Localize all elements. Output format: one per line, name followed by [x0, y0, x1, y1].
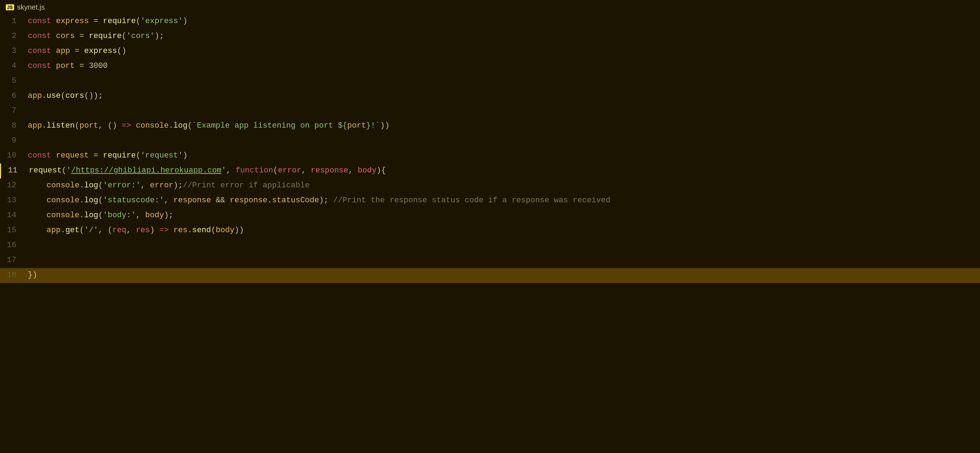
line-number-18: 18: [0, 271, 25, 279]
line-content-6: app.use(cors());: [25, 90, 103, 102]
code-line-8: 8 app.listen(port, () => console.log(`Ex…: [0, 119, 980, 134]
code-line-13: 13 console.log('statuscode:', response &…: [0, 193, 980, 208]
line-number-15: 15: [0, 226, 25, 235]
code-line-6: 6 app.use(cors());: [0, 89, 980, 104]
line-number-8: 8: [0, 121, 25, 130]
code-editor[interactable]: 1 const express = require('express') 2 c…: [0, 14, 980, 283]
code-line-5: 5: [0, 74, 980, 89]
code-line-1: 1 const express = require('express'): [0, 14, 980, 29]
code-line-14: 14 console.log('body:', body);: [0, 208, 980, 223]
line-content-11: request('/https://ghibliapi.herokuapp.co…: [26, 164, 386, 177]
line-number-1: 1: [0, 17, 25, 25]
code-line-7: 7: [0, 104, 980, 119]
code-line-17: 17: [0, 253, 980, 268]
line-number-11: 11: [1, 166, 26, 175]
line-content-12: console.log('error:', error);//Print err…: [25, 179, 310, 192]
code-line-10: 10 const request = require('request'): [0, 149, 980, 163]
code-line-3: 3 const app = express(): [0, 44, 980, 59]
line-content-9: [25, 135, 32, 147]
code-line-18: 18 }): [0, 268, 980, 283]
line-number-13: 13: [0, 196, 25, 205]
line-number-17: 17: [0, 256, 25, 265]
line-number-9: 9: [0, 136, 25, 145]
line-content-1: const express = require('express'): [25, 15, 188, 27]
line-content-7: [25, 105, 32, 117]
code-line-16: 16: [0, 238, 980, 253]
line-content-15: app.get('/', (req, res) => res.send(body…: [25, 224, 244, 236]
line-number-14: 14: [0, 211, 25, 220]
title-bar: JS skynet.js: [0, 0, 980, 14]
line-number-4: 4: [0, 62, 25, 70]
line-number-3: 3: [0, 47, 25, 55]
js-icon: JS: [6, 4, 14, 10]
code-line-2: 2 const cors = require('cors');: [0, 29, 980, 44]
code-line-11: 11 request('/https://ghibliapi.herokuapp…: [0, 163, 980, 179]
line-content-2: const cors = require('cors');: [25, 30, 164, 42]
line-number-10: 10: [0, 151, 25, 160]
line-content-18: }): [25, 269, 37, 281]
line-content-8: app.listen(port, () => console.log(`Exam…: [25, 119, 390, 132]
line-content-14: console.log('body:', body);: [25, 209, 173, 222]
line-content-17: [25, 254, 32, 266]
line-content-16: [25, 239, 32, 251]
line-number-6: 6: [0, 91, 25, 100]
line-number-16: 16: [0, 241, 25, 250]
line-content-13: console.log('statuscode:', response && r…: [25, 194, 610, 207]
editor-container: JS skynet.js 1 const express = require('…: [0, 0, 980, 283]
line-number-7: 7: [0, 106, 25, 115]
line-number-5: 5: [0, 76, 25, 86]
line-content-5: [25, 74, 32, 87]
file-name: skynet.js: [17, 3, 45, 11]
line-number-12: 12: [0, 181, 25, 190]
line-content-10: const request = require('request'): [25, 149, 188, 162]
line-number-2: 2: [0, 32, 25, 41]
code-line-12: 12 console.log('error:', error);//Print …: [0, 179, 980, 193]
line-content-3: const app = express(): [25, 45, 126, 57]
line-content-4: const port = 3000: [25, 60, 107, 72]
code-line-4: 4 const port = 3000: [0, 59, 980, 74]
code-line-9: 9: [0, 134, 980, 149]
code-line-15: 15 app.get('/', (req, res) => res.send(b…: [0, 223, 980, 238]
